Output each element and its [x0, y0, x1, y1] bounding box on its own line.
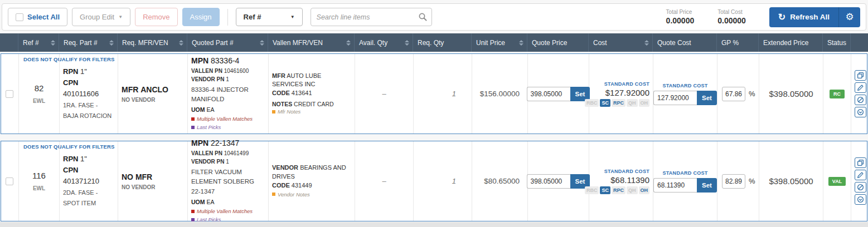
quoted-part-cell: MPN 22-1347 VALLEN PN 10461499 VENDOR PN… — [188, 141, 269, 221]
slash-circle-icon — [857, 184, 864, 191]
refresh-all-button[interactable]: ↻ Refresh All — [769, 7, 839, 27]
cost-flag-rbc[interactable]: RBC — [585, 186, 599, 194]
req-part-desc: 1RA. FASE - BAJA ROTACION — [63, 100, 114, 122]
gp-input[interactable] — [722, 87, 745, 101]
expand-button[interactable] — [855, 194, 866, 205]
quote-price-input[interactable] — [527, 174, 570, 189]
quoted-part-cell: MPN 83336-4 VALLEN PN 10461600 VENDOR PN… — [188, 54, 269, 134]
cost-cell: STANDARD COST $68.11390 RBC SC RPC QH OH — [589, 141, 653, 221]
req-part-desc: 2DA. FASE - SPOT ITEM — [63, 187, 114, 209]
status-cell: RC — [823, 54, 851, 134]
row-checkbox-cell — [1, 141, 19, 221]
sort-icon[interactable] — [346, 40, 351, 46]
cost-value: $68.11390 — [610, 175, 649, 185]
percent-sign: % — [749, 90, 755, 98]
search-box — [311, 8, 432, 26]
chevron-down-circle-icon — [857, 196, 864, 203]
sort-icon[interactable] — [179, 40, 183, 46]
quote-cost-input[interactable] — [653, 178, 697, 193]
gp-cell: % — [717, 54, 759, 134]
last-picks-flag[interactable]: Last Picks — [197, 123, 221, 131]
multiple-matches-flag[interactable]: Multiple Vallen Matches — [197, 207, 253, 215]
quote-cost-set-button[interactable]: Set — [697, 178, 717, 193]
req-mfr-label: MFR — [122, 85, 138, 94]
edit-button[interactable] — [855, 170, 866, 180]
cost-flag-qh[interactable]: QH — [627, 186, 638, 194]
quote-price-input[interactable] — [527, 87, 570, 101]
row-actions — [851, 141, 868, 221]
total-price-value: 0.00000 — [666, 16, 695, 25]
header-actions-cell — [850, 33, 868, 52]
edit-button[interactable] — [855, 82, 866, 93]
extended-price: $398.05000 — [769, 176, 813, 186]
disable-button[interactable] — [855, 182, 866, 193]
row-checkbox[interactable] — [6, 90, 13, 98]
header-unit-price[interactable]: Unit Price — [471, 33, 527, 52]
mfr-notes-flag[interactable]: Mfr Notes — [278, 107, 300, 116]
vallen-code-value: 431449 — [292, 182, 312, 189]
uom-value: EA — [206, 106, 214, 113]
copy-button[interactable] — [855, 70, 866, 81]
extended-price: $398.05000 — [769, 89, 813, 98]
select-all-button[interactable]: Select All — [8, 8, 67, 26]
header-ref[interactable]: Ref # — [18, 33, 59, 52]
header-quoted-part[interactable]: Quoted Part # — [187, 33, 268, 52]
cost-flag-qh[interactable]: QH — [627, 99, 638, 107]
sort-icon[interactable] — [405, 40, 409, 46]
quote-cost-set-button[interactable]: Set — [697, 91, 717, 105]
header-cost[interactable]: Cost — [588, 33, 652, 52]
gp-input[interactable] — [722, 174, 745, 189]
cost-flag-oh[interactable]: OH — [639, 186, 650, 194]
header-req-mfr-ven[interactable]: Req. MFR/VEN — [117, 33, 187, 52]
header-avail-qty[interactable]: Avail. Qty — [354, 33, 413, 52]
sort-icon[interactable] — [51, 40, 55, 46]
toolbar-divider — [227, 9, 228, 26]
search-icon — [418, 12, 428, 22]
sort-icon[interactable] — [109, 40, 114, 46]
sort-icon[interactable] — [260, 40, 264, 46]
row-checkbox[interactable] — [6, 177, 13, 185]
cpn-label: CPN — [63, 78, 78, 87]
cost-flag-sc[interactable]: SC — [600, 186, 610, 194]
vendor-notes-flag[interactable]: Vendor Notes — [278, 190, 310, 199]
total-cost-value: 0.00000 — [717, 16, 746, 25]
expand-button[interactable] — [855, 107, 866, 117]
sort-icon[interactable] — [519, 40, 523, 46]
header-status: Status — [822, 33, 850, 52]
uom-label: UOM — [191, 199, 205, 205]
assign-button[interactable]: Assign — [182, 8, 220, 26]
vallen-mfr-cell: VENDOR BEARINGS AND DRIVES CODE 431449 V… — [269, 141, 355, 221]
search-input[interactable] — [311, 8, 432, 26]
req-part-cell: RPN 1" CPN 401371210 2DA. FASE - SPOT IT… — [60, 141, 118, 221]
purple-square-icon — [191, 218, 195, 221]
quote-cost-input[interactable] — [653, 91, 697, 105]
vendor-pn-label: VENDOR PN — [191, 76, 224, 82]
ref-filter-label: Ref # — [244, 13, 261, 21]
quoted-desc: FILTER VACUUM ELEMENT SOLBERG 22-1347 — [191, 167, 265, 197]
disable-button[interactable] — [855, 95, 866, 105]
sort-icon[interactable] — [644, 40, 649, 46]
select-all-label: Select All — [27, 13, 60, 21]
copy-button[interactable] — [855, 157, 866, 168]
header-vallen-mfr-ven[interactable]: Vallen MFR/VEN — [268, 33, 354, 52]
group-edit-button[interactable]: Group Edit ▼ — [72, 8, 130, 26]
cost-flag-rpc[interactable]: RPC — [612, 99, 625, 107]
chevron-down-icon: ▼ — [118, 15, 123, 19]
cost-flag-oh[interactable]: OH — [639, 99, 650, 107]
ref-filter-dropdown[interactable]: Ref # ▼ — [236, 8, 303, 26]
header-req-part[interactable]: Req. Part # — [59, 33, 117, 52]
multiple-matches-flag[interactable]: Multiple Vallen Matches — [197, 115, 253, 123]
unit-price-cell: $156.00000 — [472, 54, 528, 134]
req-vendor: NO VENDOR — [122, 184, 184, 190]
cost-flag-rbc[interactable]: RBC — [585, 99, 599, 107]
vendor-pn-label: VENDOR PN — [191, 159, 224, 165]
pencil-icon — [857, 171, 864, 179]
cost-flag-sc[interactable]: SC — [600, 99, 610, 107]
select-all-checkbox[interactable] — [16, 13, 23, 21]
cost-flag-rpc[interactable]: RPC — [612, 186, 625, 194]
vallen-notes-value: CREDIT CARD — [294, 101, 334, 107]
line-item-row: DOES NOT QUALIFY FOR FILTERS 82 EWL RPN … — [1, 53, 867, 134]
remove-button[interactable]: Remove — [135, 8, 177, 26]
copy-icon — [857, 159, 864, 166]
settings-button[interactable]: ⚙ — [839, 7, 860, 27]
